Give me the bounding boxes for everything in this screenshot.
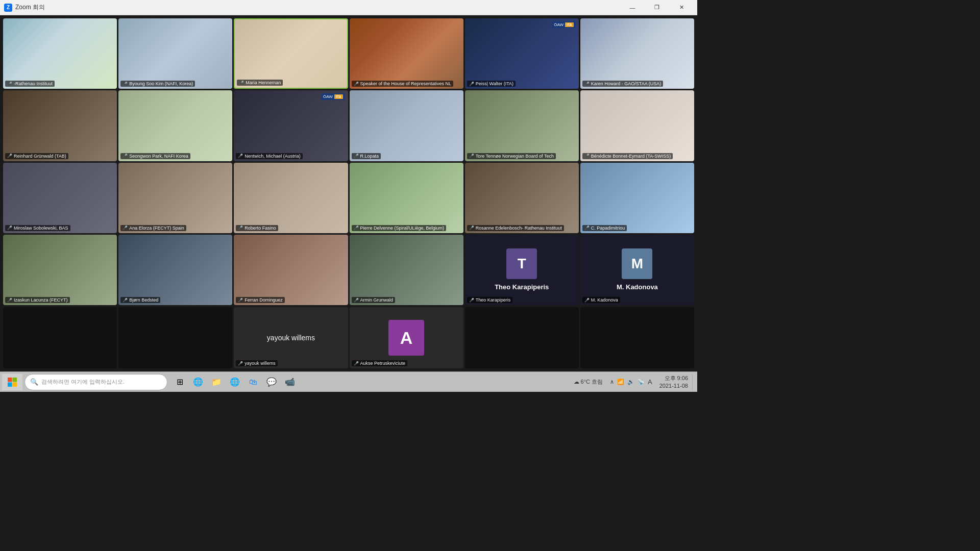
search-bar[interactable]: 🔍 검색하려면 여기에 입력하십시오. [24, 374, 167, 390]
lang-icon[interactable]: A [648, 378, 652, 386]
app-icon: Z [4, 4, 12, 12]
avatar-initial: M [622, 248, 652, 279]
participant-cell[interactable]: 🎤 Seongwon Park, NAFI Korea [118, 90, 232, 161]
avatar-initial: T [506, 248, 537, 279]
participant-cell[interactable]: 🎤 Roberto Fasino [234, 163, 348, 233]
participant-cell[interactable]: 🎤 Ana Elorza (FECYT) Spain [118, 163, 232, 233]
weather-text: 6°C 흐림 [581, 378, 603, 386]
participant-cell[interactable]: ÖAW ITA 🎤 Nentwich, Michael (Austria) [234, 90, 348, 161]
participant-cell-avatar[interactable]: M M. Kadonova 🎤 M. Kadonova [580, 235, 694, 305]
mic-icon: 🎤 [7, 226, 12, 230]
avatar-initial-large: A [388, 320, 424, 356]
empty-cell [580, 307, 694, 368]
participant-name-tag: 🎤 Theo Karapiperis [467, 297, 513, 303]
weather-widget[interactable]: ☁ 6°C 흐림 [574, 378, 603, 386]
participant-cell[interactable]: 🎤 R.Lopata [350, 90, 463, 161]
taskbar-icon-group: ⊞ 🌐 📁 🌐 🛍 💬 📹 [172, 374, 298, 390]
mic-icon: 🎤 [354, 298, 359, 303]
participant-name-tag: 🎤 Miroslaw Sobolewski, BAS [5, 225, 70, 231]
maximize-button[interactable]: ❐ [645, 0, 669, 15]
participant-cell[interactable]: 🎤 C. Papadimitriou [580, 163, 694, 233]
participant-cell[interactable]: 🎤 Pierre Delvenne (Spiral/ULiège, Belgiu… [350, 163, 463, 233]
mic-icon: 🎤 [239, 81, 244, 85]
participant-cell[interactable]: 🎤 Bénédicte Bonnet-Eymard (TA-SWISS) [580, 90, 694, 161]
participant-cell[interactable]: 🎤 Izaskun Lacunza (FECYT) [3, 235, 117, 305]
participant-name-tag: 🎤 -Rathenau Instituut [5, 81, 55, 87]
participant-name-tag: 🎤 Byoung Soo Kim (NAFI, Korea) [120, 81, 195, 87]
participant-name-tag: 🎤 Bénédicte Bonnet-Eymard (TA-SWISS) [582, 153, 673, 159]
network-icon[interactable]: 📶 [617, 379, 624, 385]
svg-rect-2 [8, 382, 12, 387]
taskbar-right: ☁ 6°C 흐림 ∧ 📶 🔊 📡 A 오후 9:06 2021-11-08 [574, 374, 695, 390]
zoom-meeting-body: 🎤 -Rathenau Instituut 🎤 Byoung Soo Kim (… [0, 15, 697, 371]
chevron-icon[interactable]: ∧ [610, 379, 614, 385]
participant-name-tag: 🎤 M. Kadonova [582, 297, 620, 303]
svg-rect-1 [13, 378, 17, 382]
close-button[interactable]: ✕ [670, 0, 693, 15]
mic-icon: 🎤 [584, 82, 590, 86]
participant-text-name: yayouk willems [267, 334, 315, 342]
mic-icon: 🎤 [238, 361, 243, 366]
windows-logo-icon [7, 377, 17, 387]
clock-date: 2021-11-08 [659, 382, 688, 389]
avatar-display-name: Theo Karapiperis [495, 283, 549, 291]
minimize-button[interactable]: — [621, 0, 644, 15]
mic-icon: 🎤 [122, 298, 128, 303]
participant-cell[interactable]: 🎤 Bjørn Bedsted [118, 235, 232, 305]
participant-cell[interactable]: 🎤 Speaker of the House of Representative… [350, 18, 463, 89]
svg-rect-3 [13, 382, 17, 387]
participant-cell[interactable]: 🎤 Byoung Soo Kim (NAFI, Korea) [118, 18, 232, 89]
participant-cell[interactable]: ÖAW ITA 🎤 Peiss| Walter (ITA) [465, 18, 579, 89]
clock-widget[interactable]: 오후 9:06 2021-11-08 [659, 374, 688, 389]
mic-icon: 🎤 [354, 226, 359, 230]
participant-name-tag: 🎤 Maria Henneman [237, 80, 283, 86]
volume-icon[interactable]: 🔊 [627, 379, 634, 385]
empty-cell [465, 307, 579, 368]
participant-cell[interactable]: 🎤 Rosanne Edelenbosch- Rathenau Instituu… [465, 163, 579, 233]
participant-cell[interactable]: 🎤 Karen Howard - GAO/STAA (USA) [580, 18, 694, 89]
system-tray: ∧ 📶 🔊 📡 A [607, 378, 655, 386]
zoom-taskbar-button[interactable]: 📹 [282, 374, 298, 390]
participant-name-tag: 🎤 Karen Howard - GAO/STAA (USA) [582, 81, 663, 87]
mic-icon: 🎤 [238, 226, 243, 230]
taskbar: 🔍 검색하려면 여기에 입력하십시오. ⊞ 🌐 📁 🌐 🛍 💬 📹 ☁ 6°C … [0, 371, 697, 392]
window-controls: — ❐ ✕ [621, 0, 693, 15]
mic-icon: 🎤 [469, 154, 474, 158]
participant-cell[interactable]: 🎤 -Rathenau Instituut [3, 18, 117, 89]
mic-icon: 🎤 [7, 154, 12, 158]
kakao-button[interactable]: 💬 [263, 374, 280, 390]
start-button[interactable] [2, 374, 22, 390]
ie-button[interactable]: 🌐 [227, 374, 243, 390]
participant-name-tag: 🎤 Rosanne Edelenbosch- Rathenau Instituu… [467, 225, 564, 231]
cloud-icon: ☁ [574, 379, 579, 385]
participant-cell[interactable]: 🎤 Miroslaw Sobolewski, BAS [3, 163, 117, 233]
participant-cell[interactable]: 🎤 Reinhard Grünwald (TAB) [3, 90, 117, 161]
participant-cell[interactable]: 🎤 Ferran Dominguez [234, 235, 348, 305]
store-button[interactable]: 🛍 [245, 374, 261, 390]
mic-icon: 🎤 [584, 154, 590, 158]
participant-name-tag: 🎤 Peiss| Walter (ITA) [467, 81, 516, 87]
explorer-button[interactable]: 📁 [208, 374, 225, 390]
participant-name-tag: 🎤 Aukse Petruskeviciute [352, 360, 408, 366]
empty-cell [118, 307, 232, 368]
participant-cell-text-only[interactable]: yayouk willems 🎤 yayouk willems [234, 307, 348, 368]
participant-cell[interactable]: 🎤 Tore Tennøe Norwegian Board of Tech [465, 90, 579, 161]
participant-name-tag: 🎤 Ferran Dominguez [236, 297, 285, 303]
participant-cell-avatar-large[interactable]: A 🎤 Aukse Petruskeviciute [350, 307, 463, 368]
participant-name-tag: 🎤 Izaskun Lacunza (FECYT) [5, 297, 70, 303]
show-desktop-button[interactable] [692, 374, 695, 390]
clock-time: 오후 9:06 [659, 374, 688, 382]
task-view-button[interactable]: ⊞ [172, 374, 188, 390]
participant-cell[interactable]: 🎤 Armin Grunwald [350, 235, 463, 305]
wifi-icon[interactable]: 📡 [638, 379, 645, 385]
participant-cell-avatar[interactable]: T Theo Karapiperis 🎤 Theo Karapiperis [465, 235, 579, 305]
edge-button[interactable]: 🌐 [190, 374, 206, 390]
participant-name-tag: 🎤 Ana Elorza (FECYT) Spain [120, 225, 186, 231]
participant-name-tag: 🎤 Tore Tennøe Norwegian Board of Tech [467, 153, 556, 159]
participants-grid: 🎤 -Rathenau Instituut 🎤 Byoung Soo Kim (… [3, 18, 694, 305]
avatar-display-name: M. Kadonova [617, 283, 658, 291]
mic-icon: 🎤 [7, 82, 12, 86]
mic-icon: 🎤 [469, 226, 474, 230]
participant-cell-active[interactable]: 🎤 Maria Henneman [234, 18, 348, 89]
mic-icon: 🎤 [584, 226, 590, 230]
